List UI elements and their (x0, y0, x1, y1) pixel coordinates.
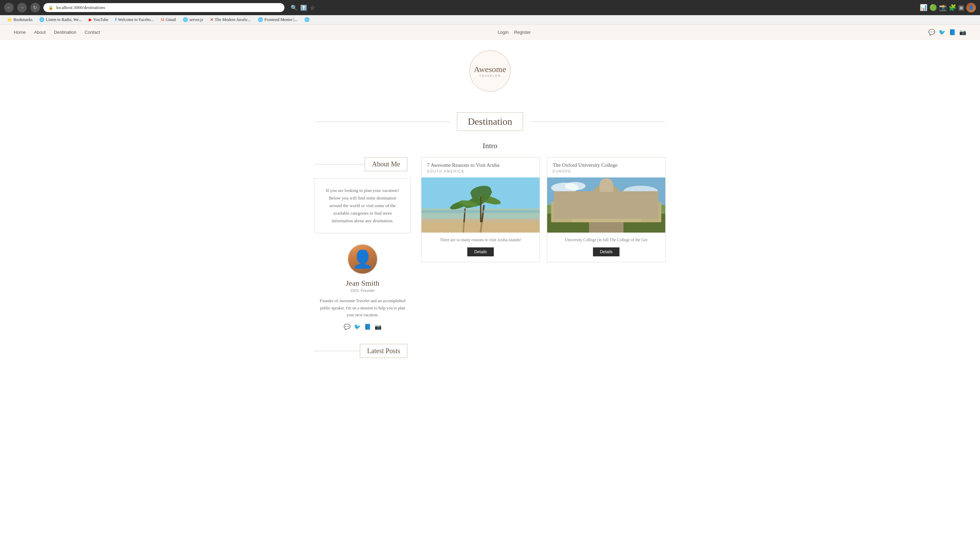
whatsapp-icon[interactable]: 💬 (928, 29, 935, 35)
green-ext-icon[interactable]: 🟢 (929, 4, 937, 11)
latest-title: Latest Posts (367, 347, 400, 354)
toolbar-icons: 🔍 ⬆️ ☆ (291, 5, 315, 11)
logo-awesome: Awesome (474, 65, 506, 74)
bookmark-facebook[interactable]: f Welcome to Facebo... (113, 16, 157, 23)
bookmarks-label[interactable]: ⭐ Bookmarks (4, 16, 35, 23)
profile-facebook-icon[interactable]: 📘 (364, 324, 371, 330)
latest-title-box: Latest Posts (360, 344, 407, 358)
svg-point-14 (565, 182, 586, 190)
svg-rect-28 (636, 201, 641, 209)
content-grid: About Me If you are looking to plan your… (314, 157, 666, 358)
bookmark-frontendmentor[interactable]: 🌐 Frontend Mentor |... (255, 16, 300, 23)
main-content: Destination Intro About Me If you are lo… (301, 99, 679, 365)
bookmark-facebook-label: Welcome to Facebo... (118, 17, 154, 22)
barchart-ext-icon[interactable]: 📊 (920, 4, 928, 11)
card-oxford-image (547, 177, 665, 233)
profile-instagram-icon[interactable]: 📷 (375, 324, 382, 330)
gmail-icon: M (161, 17, 165, 22)
profile-section: Jean Smith CEO, Founder Founder of Aweso… (314, 240, 411, 333)
modernjs-icon: ✕ (210, 17, 213, 22)
cards-row: 7 Awesome Reasons to Visit Aruba SOUTH A… (421, 157, 666, 262)
nav-register[interactable]: Register (514, 30, 531, 35)
logo-traveler: Traveler (479, 74, 501, 78)
bookmarks-bar: ⭐ Bookmarks 🌐 Listen to Radio, We... ▶ Y… (0, 15, 980, 25)
back-button[interactable]: ← (4, 3, 14, 13)
destination-title: Destination (468, 116, 512, 127)
profile-social: 💬 🐦 📘 📷 (314, 324, 411, 330)
intro-text: If you are looking to plan your vacation… (323, 187, 402, 225)
svg-rect-0 (422, 177, 539, 209)
website: Home About Destination Contact Login Reg… (0, 25, 980, 365)
reload-button[interactable]: ↻ (30, 3, 40, 13)
svg-rect-11 (422, 210, 539, 213)
left-column: About Me If you are looking to plan your… (314, 157, 411, 358)
star-icon[interactable]: ☆ (310, 5, 315, 11)
globe-icon: 🌐 (39, 17, 45, 22)
share-icon[interactable]: ⬆️ (300, 5, 307, 11)
bookmark-radio-label: Listen to Radio, We... (46, 17, 82, 22)
nav-home[interactable]: Home (14, 30, 26, 35)
svg-rect-18 (565, 195, 648, 222)
card-aruba-details-button[interactable]: Details (467, 247, 494, 256)
svg-rect-22 (641, 201, 662, 222)
svg-rect-17 (547, 205, 665, 214)
youtube-icon: ▶ (89, 17, 92, 22)
nav-auth: Login Register (498, 30, 531, 35)
nav-login[interactable]: Login (498, 30, 509, 35)
twitter-icon[interactable]: 🐦 (939, 29, 945, 35)
url-text: localhost:3000/destinations (56, 5, 105, 10)
bookmark-modernjs[interactable]: ✕ The Modern JavaSc... (207, 16, 254, 23)
svg-rect-25 (593, 201, 598, 209)
card-aruba: 7 Awesome Reasons to Visit Aruba SOUTH A… (421, 157, 540, 262)
profile-title: CEO, Founder (314, 289, 411, 292)
bookmark-radio[interactable]: 🌐 Listen to Radio, We... (37, 16, 84, 23)
camera-ext-icon[interactable]: 📸 (939, 4, 947, 11)
bookmark-gmail[interactable]: M Gmail (158, 16, 179, 23)
nav-contact[interactable]: Contact (85, 30, 100, 35)
destination-header: Destination (314, 112, 666, 131)
about-title-box: About Me (365, 157, 407, 171)
about-line-left (314, 164, 365, 164)
extension-icons: 📊 🟢 📸 🧩 ▣ 👤 (920, 3, 976, 13)
card-oxford-details-button[interactable]: Details (593, 247, 619, 256)
search-icon[interactable]: 🔍 (291, 5, 298, 11)
facebook-nav-icon[interactable]: 📘 (949, 29, 956, 35)
forward-button[interactable]: → (17, 3, 27, 13)
profile-whatsapp-icon[interactable]: 💬 (344, 324, 350, 330)
svg-rect-26 (615, 201, 620, 209)
extra-globe-icon: 🌐 (304, 17, 310, 22)
profile-bio: Founder of Awesome Traveler and an accom… (314, 297, 411, 318)
nav-destination[interactable]: Destination (54, 30, 76, 35)
instagram-icon[interactable]: 📷 (959, 29, 966, 35)
browser-chrome: ← → ↻ 🔒 localhost:3000/destinations 🔍 ⬆️… (0, 0, 980, 15)
card-oxford-region: EUROPE (547, 169, 665, 177)
nav-social: 💬 🐦 📘 📷 (928, 29, 966, 35)
sidebar-toggle-icon[interactable]: ▣ (958, 4, 964, 11)
user-avatar[interactable]: 👤 (966, 3, 976, 13)
profile-twitter-icon[interactable]: 🐦 (354, 324, 361, 330)
intro-box: If you are looking to plan your vacation… (314, 178, 411, 233)
bookmark-youtube[interactable]: ▶ YouTube (86, 16, 111, 23)
card-aruba-region: SOUTH AMERICA (422, 169, 539, 177)
svg-rect-1 (422, 209, 539, 219)
profile-name: Jean Smith (314, 279, 411, 288)
facebook-icon: f (115, 17, 117, 22)
avatar (347, 244, 378, 274)
nav-links: Home About Destination Contact (14, 30, 100, 35)
intro-heading: Intro (314, 141, 666, 150)
puzzle-ext-icon[interactable]: 🧩 (949, 4, 956, 11)
svg-point-19 (593, 184, 620, 205)
card-aruba-image (422, 177, 539, 233)
lock-icon: 🔒 (48, 5, 53, 10)
bookmark-modernjs-label: The Modern JavaSc... (215, 17, 251, 22)
bookmark-serverjs[interactable]: 🌐 server.js (180, 16, 206, 23)
card-oxford: The Oxford University College EUROPE (547, 157, 666, 262)
bookmark-gmail-label: Gmail (165, 17, 176, 22)
bookmark-extra[interactable]: 🌐 (302, 16, 312, 23)
nav-about[interactable]: About (34, 30, 46, 35)
logo-circle: Awesome Traveler (469, 50, 511, 92)
address-bar[interactable]: 🔒 localhost:3000/destinations (43, 3, 285, 12)
frontendmentor-icon: 🌐 (258, 17, 263, 22)
card-aruba-title: 7 Awesome Reasons to Visit Aruba (422, 158, 539, 169)
bookmark-frontendmentor-label: Frontend Mentor |... (264, 17, 298, 22)
